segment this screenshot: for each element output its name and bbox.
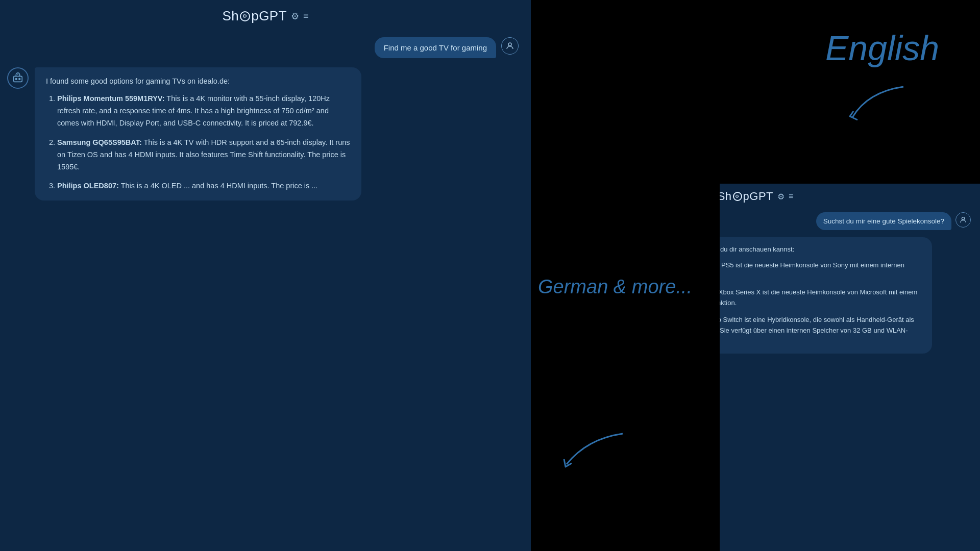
svg-point-2 [15,78,17,80]
svg-point-3 [19,78,20,80]
svg-rect-1 [14,76,22,82]
english-bot-message-row: I found some good options for gaming TVs… [0,58,531,201]
german-user-avatar [955,212,971,228]
english-user-avatar [501,37,519,55]
english-chat-panel: Sh ⚙ pGPT ⚙ ≡ Find me a good TV for gami… [0,0,531,551]
english-item-2: Samsung GQ65S95BAT: This is a 4K TV with… [57,137,350,173]
english-user-bubble: Find me a good TV for gaming [375,37,496,58]
settings-icon[interactable]: ⚙ [291,11,299,22]
german-arrow [556,429,628,480]
english-annotation: English [825,28,939,68]
menu-icon[interactable]: ≡ [303,11,309,21]
black-bottom-left-area: German & more... [531,184,720,551]
english-logo: Sh ⚙ pGPT [222,8,287,24]
german-user-bubble: Suchst du mir eine gute Spielekonsole? [816,212,951,230]
english-header: Sh ⚙ pGPT ⚙ ≡ [0,0,531,29]
english-item-1: Philips Momentum 559M1RYV: This is a 4K … [57,93,350,130]
german-logo: Sh ⚙ pGPT [718,190,773,203]
svg-point-0 [508,43,511,46]
english-arrow [842,82,909,128]
gear-icon: ⚙ [240,11,250,21]
german-gear-icon: ⚙ [733,192,742,201]
bot-avatar [7,67,29,89]
svg-point-5 [962,217,964,220]
german-menu-icon[interactable]: ≡ [789,192,793,201]
english-bot-intro: I found some good options for gaming TVs… [46,76,350,88]
english-item-3: Philips OLED807: This is a 4K OLED ... a… [57,180,350,192]
german-settings-icon[interactable]: ⚙ [777,192,785,202]
black-top-right-area: English [531,0,980,184]
english-bot-bubble: I found some good options for gaming TVs… [35,67,361,201]
english-user-message-row: Find me a good TV for gaming [0,29,531,58]
german-annotation: German & more... [538,276,692,299]
